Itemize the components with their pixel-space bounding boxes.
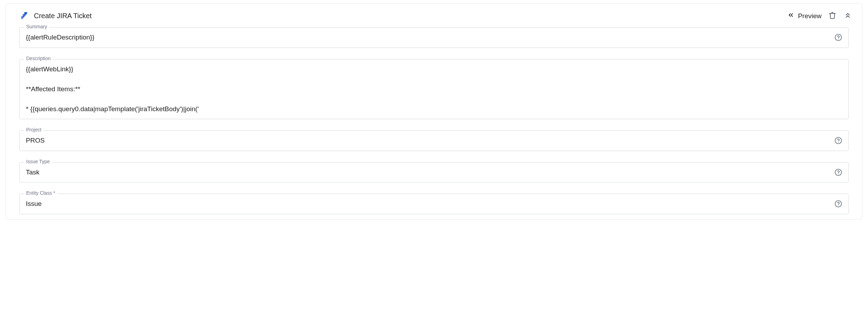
- summary-value: {{alertRuleDescription}}: [26, 33, 831, 43]
- delete-button[interactable]: [828, 11, 837, 21]
- card-title: Create JIRA Ticket: [34, 12, 92, 20]
- entity-class-field: Entity Class * Issue: [19, 194, 849, 214]
- issue-type-field: Issue Type Task: [19, 162, 849, 183]
- issue-type-label: Issue Type: [24, 159, 52, 164]
- project-field: Project PROS: [19, 130, 849, 151]
- header-actions: Preview: [787, 11, 852, 21]
- project-value: PROS: [26, 136, 831, 146]
- card-header: Create JIRA Ticket Preview: [6, 11, 862, 27]
- entity-class-value: Issue: [26, 199, 831, 209]
- description-label: Description: [24, 56, 53, 61]
- summary-field: Summary {{alertRuleDescription}}: [19, 27, 849, 48]
- entity-class-input[interactable]: Issue: [19, 194, 849, 214]
- svg-point-0: [835, 34, 841, 41]
- svg-point-6: [835, 201, 841, 207]
- help-icon[interactable]: [834, 168, 842, 176]
- preview-label: Preview: [798, 12, 822, 20]
- preview-button[interactable]: Preview: [787, 12, 822, 20]
- help-icon[interactable]: [834, 34, 842, 41]
- summary-input[interactable]: {{alertRuleDescription}}: [19, 27, 849, 48]
- jira-action-card: Create JIRA Ticket Preview: [6, 3, 862, 220]
- title-wrap: Create JIRA Ticket: [20, 12, 787, 21]
- collapse-button[interactable]: [843, 11, 852, 21]
- svg-point-2: [835, 137, 841, 144]
- issue-type-input[interactable]: Task: [19, 162, 849, 183]
- project-label: Project: [24, 127, 44, 132]
- fields-container: Summary {{alertRuleDescription}} Descrip…: [6, 27, 862, 214]
- help-icon[interactable]: [834, 137, 842, 144]
- description-field: Description {{alertWebLink}} **Affected …: [19, 59, 849, 120]
- help-icon[interactable]: [834, 200, 842, 208]
- jira-icon: [20, 12, 29, 21]
- entity-class-label: Entity Class *: [24, 190, 57, 196]
- summary-label: Summary: [24, 24, 49, 29]
- issue-type-value: Task: [26, 167, 831, 178]
- trash-icon: [829, 12, 836, 20]
- description-value: {{alertWebLink}} **Affected Items:** * {…: [26, 64, 842, 114]
- description-input[interactable]: {{alertWebLink}} **Affected Items:** * {…: [19, 59, 849, 120]
- project-input[interactable]: PROS: [19, 130, 849, 151]
- chevrons-up-icon: [844, 12, 852, 20]
- chevrons-left-icon: [787, 12, 794, 20]
- svg-point-4: [835, 169, 841, 175]
